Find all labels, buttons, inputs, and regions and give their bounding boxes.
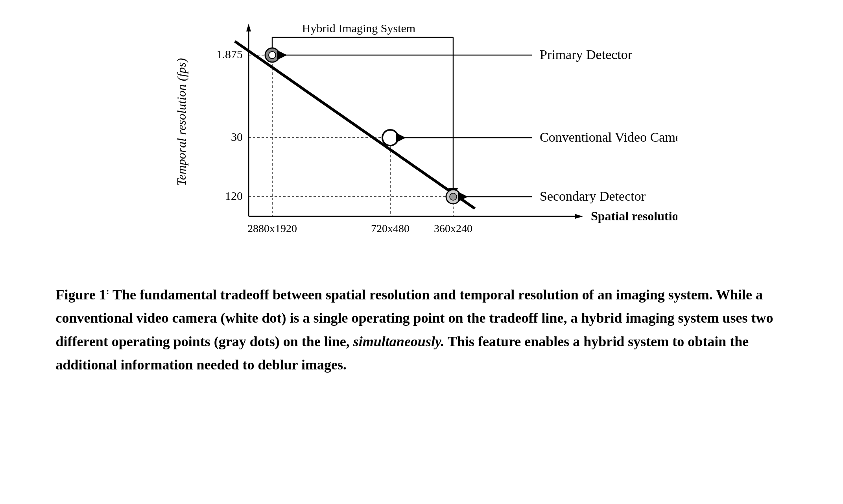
hybrid-label: Hybrid Imaging System xyxy=(302,22,415,35)
figure-superscript: : xyxy=(106,286,109,296)
secondary-detector-label: Secondary Detector xyxy=(540,189,646,203)
page-container: Temporal resolution (fps) Spatial resolu… xyxy=(31,16,812,377)
primary-detector-label: Primary Detector xyxy=(540,47,633,62)
chart-wrapper: Temporal resolution (fps) Spatial resolu… xyxy=(166,16,677,260)
y-tick-120: 120 xyxy=(225,189,243,202)
x-tick-360: 360x240 xyxy=(434,222,472,234)
primary-detector-inner xyxy=(269,52,276,59)
x-axis-label: Spatial resolution (pixels) xyxy=(591,209,677,223)
figure-label: Figure 1 xyxy=(56,287,106,303)
y-tick-1875: 1.875 xyxy=(216,48,243,61)
x-tick-2880: 2880x1920 xyxy=(247,222,297,234)
y-tick-30: 30 xyxy=(231,130,243,143)
y-axis-label: Temporal resolution (fps) xyxy=(174,58,188,186)
svg-marker-1 xyxy=(246,24,251,31)
chart-svg: Temporal resolution (fps) Spatial resolu… xyxy=(166,16,677,260)
conventional-point xyxy=(382,130,398,146)
svg-marker-3 xyxy=(575,214,583,219)
x-tick-720: 720x480 xyxy=(371,222,410,234)
figure-caption: Figure 1: The fundamental tradeoff betwe… xyxy=(48,283,795,377)
secondary-detector-inner xyxy=(450,193,457,200)
svg-line-10 xyxy=(235,41,475,209)
caption-italic: simultaneously. xyxy=(353,334,445,349)
conventional-label: Conventional Video Camera xyxy=(540,130,677,144)
chart-area: Temporal resolution (fps) Spatial resolu… xyxy=(31,16,812,260)
